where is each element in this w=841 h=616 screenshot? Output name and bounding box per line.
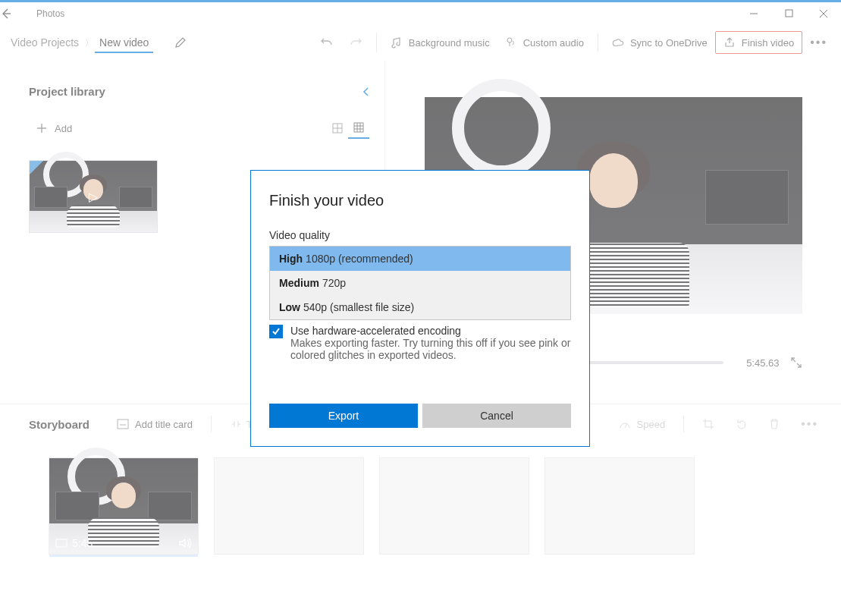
undo-button[interactable] bbox=[312, 31, 341, 54]
breadcrumb-current[interactable]: New video bbox=[95, 32, 153, 53]
title-card-icon bbox=[117, 419, 129, 429]
storyboard-empty-slot[interactable] bbox=[214, 457, 364, 555]
title-bar: Photos bbox=[0, 0, 841, 24]
hw-accel-checkbox[interactable] bbox=[269, 325, 283, 338]
library-clip[interactable]: ▷ bbox=[29, 160, 158, 233]
command-bar: Video Projects 〉 New video Background mu… bbox=[0, 24, 841, 61]
divider bbox=[376, 33, 377, 52]
storyboard-strip: 5:45 bbox=[0, 444, 841, 555]
hw-accel-label: Use hardware-accelerated encoding bbox=[290, 325, 571, 337]
check-icon bbox=[271, 327, 281, 336]
storyboard-more-button[interactable]: ••• bbox=[793, 413, 826, 435]
rotate-button[interactable] bbox=[728, 415, 755, 433]
cancel-button[interactable]: Cancel bbox=[422, 404, 571, 428]
add-title-card-button[interactable]: Add title card bbox=[109, 416, 200, 433]
clip-progress bbox=[49, 555, 127, 557]
plus-icon bbox=[36, 123, 47, 134]
finish-video-dialog: Finish your video Video quality High1080… bbox=[250, 170, 590, 447]
more-button[interactable]: ••• bbox=[802, 31, 835, 54]
storyboard-empty-slot[interactable] bbox=[379, 457, 529, 555]
chevron-right-icon: 〉 bbox=[83, 37, 95, 49]
sync-onedrive-button[interactable]: Sync to OneDrive bbox=[604, 32, 715, 53]
video-quality-label: Video quality bbox=[269, 229, 571, 241]
storyboard-empty-slot[interactable] bbox=[544, 457, 695, 555]
audio-icon bbox=[505, 36, 517, 49]
speed-button[interactable]: Speed bbox=[611, 416, 673, 433]
svg-rect-5 bbox=[56, 539, 67, 547]
storyboard-clip[interactable]: 5:45 bbox=[49, 457, 199, 555]
trash-icon bbox=[769, 418, 780, 430]
collapse-panel-icon[interactable] bbox=[362, 86, 371, 97]
clip-audio-icon bbox=[178, 537, 192, 549]
svg-rect-4 bbox=[118, 420, 128, 429]
finish-label: Finish video bbox=[742, 37, 794, 49]
dialog-title: Finish your video bbox=[269, 192, 571, 209]
storyboard-title: Storyboard bbox=[29, 418, 89, 431]
library-title: Project library bbox=[29, 85, 362, 98]
crop-button[interactable] bbox=[695, 415, 722, 433]
maximize-button[interactable] bbox=[771, 2, 806, 26]
custom-audio-button[interactable]: Custom audio bbox=[497, 32, 592, 53]
trim-icon bbox=[230, 419, 240, 429]
breadcrumb-projects[interactable]: Video Projects bbox=[6, 32, 83, 53]
clip-used-corner-icon bbox=[30, 161, 43, 174]
add-media-button[interactable]: Add bbox=[36, 123, 72, 134]
cloud-icon bbox=[612, 36, 624, 49]
minimize-button[interactable] bbox=[736, 2, 771, 26]
view-large-button[interactable] bbox=[327, 118, 348, 139]
svg-point-1 bbox=[507, 38, 512, 42]
back-button[interactable] bbox=[0, 8, 36, 20]
background-music-button[interactable]: Background music bbox=[383, 32, 497, 53]
export-icon bbox=[723, 36, 736, 49]
play-overlay-icon: ▷ bbox=[89, 190, 98, 204]
quality-option-medium[interactable]: Medium720p bbox=[270, 271, 570, 295]
close-button[interactable] bbox=[806, 2, 841, 26]
divider bbox=[598, 33, 598, 52]
rotate-icon bbox=[736, 418, 748, 430]
quality-option-low[interactable]: Low540p (smallest file size) bbox=[270, 295, 570, 319]
speed-icon bbox=[619, 419, 631, 429]
video-quality-dropdown[interactable]: High1080p (recommended) Medium720p Low54… bbox=[269, 246, 571, 320]
music-icon bbox=[391, 36, 403, 49]
bg-music-label: Background music bbox=[409, 37, 490, 49]
export-button[interactable]: Export bbox=[269, 404, 418, 428]
rename-icon[interactable] bbox=[174, 36, 187, 49]
custom-audio-label: Custom audio bbox=[523, 37, 584, 49]
hw-accel-description: Makes exporting faster. Try turning this… bbox=[290, 337, 571, 361]
quality-option-high[interactable]: High1080p (recommended) bbox=[270, 247, 570, 271]
view-small-button[interactable] bbox=[348, 118, 369, 139]
crop-icon bbox=[702, 418, 714, 430]
svg-rect-0 bbox=[786, 10, 792, 17]
finish-video-button[interactable]: Finish video bbox=[715, 31, 802, 54]
sync-label: Sync to OneDrive bbox=[630, 37, 708, 49]
app-title: Photos bbox=[36, 8, 64, 19]
redo-button[interactable] bbox=[341, 31, 370, 54]
svg-rect-3 bbox=[354, 123, 363, 132]
time-total: 5:45.63 bbox=[734, 357, 780, 369]
delete-button[interactable] bbox=[761, 415, 787, 433]
clip-duration-badge: 5:45 bbox=[55, 537, 93, 549]
fullscreen-button[interactable] bbox=[790, 357, 802, 369]
duration-icon bbox=[55, 539, 67, 548]
add-label: Add bbox=[55, 123, 72, 134]
